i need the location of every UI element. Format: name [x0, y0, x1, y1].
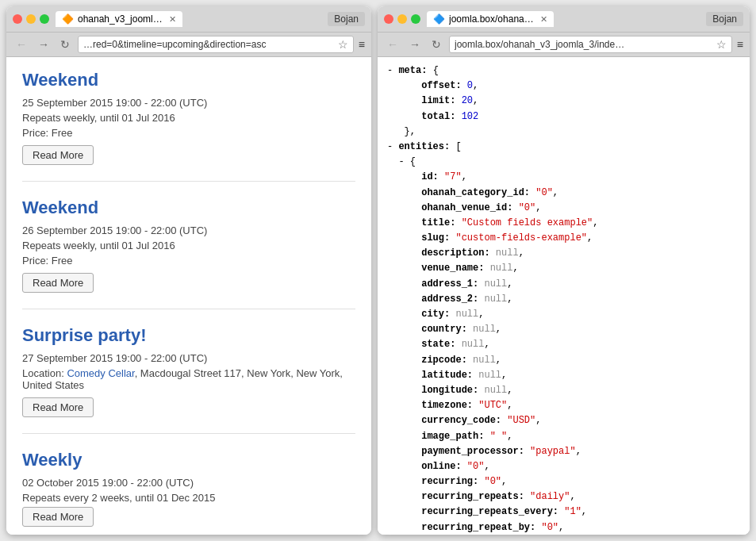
menu-icon[interactable]: ≡ — [737, 38, 743, 51]
event-date: 25 September 2015 19:00 - 22:00 (UTC) — [22, 97, 355, 109]
tab-close-icon[interactable]: ✕ — [169, 14, 176, 25]
tab-favicon: 🔷 — [433, 13, 444, 25]
left-address-bar[interactable]: …red=0&timeline=upcoming&direction=asc ☆ — [78, 36, 354, 53]
location-prefix: Location: — [22, 367, 67, 379]
left-title-bar: 🔶 ohanah_v3_joomla_3 ✕ Bojan — [6, 6, 371, 33]
bookmark-icon[interactable]: ☆ — [338, 38, 348, 51]
json-value: "USD" — [507, 415, 535, 426]
json-value: null — [484, 385, 507, 396]
event-date: 27 September 2015 19:00 - 22:00 (UTC) — [22, 352, 355, 364]
refresh-button[interactable]: ↻ — [428, 36, 444, 52]
json-value: " " — [490, 431, 508, 442]
json-value: "7" — [444, 171, 462, 182]
json-key: ohanah_venue_id: — [421, 202, 512, 213]
json-minus: - — [387, 65, 398, 76]
event-title[interactable]: Weekend — [22, 198, 355, 218]
json-key: title: — [421, 217, 455, 228]
window-controls — [384, 14, 420, 24]
left-url: …red=0&timeline=upcoming&direction=asc — [83, 39, 335, 50]
maximize-button[interactable] — [411, 14, 420, 24]
event-title[interactable]: Weekly — [22, 450, 355, 470]
json-value: null — [478, 370, 501, 381]
left-tab[interactable]: 🔶 ohanah_v3_joomla_3 ✕ — [56, 11, 182, 27]
json-value: null — [473, 355, 496, 366]
json-key: longitude: — [421, 385, 478, 396]
json-value: "0" — [519, 202, 536, 213]
read-more-button[interactable]: Read More — [22, 507, 94, 527]
json-key: latitude: — [421, 370, 473, 381]
event-price: Price: Free — [22, 127, 355, 139]
json-key: slug: — [421, 232, 450, 244]
user-badge: Bojan — [706, 12, 743, 26]
json-key: recurring_repeats: — [421, 491, 524, 502]
json-key: currency_code: — [421, 415, 501, 426]
event-item: Surprise party! 27 September 2015 19:00 … — [22, 325, 355, 434]
event-item: Weekend 26 September 2015 19:00 - 22:00 … — [22, 198, 355, 309]
refresh-button[interactable]: ↻ — [57, 36, 73, 52]
json-value: null — [455, 309, 478, 320]
json-key: meta: — [398, 65, 427, 76]
json-key: recurring: — [421, 476, 478, 487]
tab-title: ohanah_v3_joomla_3 — [78, 13, 164, 25]
json-key: address_1: — [421, 278, 478, 290]
json-value: 102 — [462, 111, 479, 122]
event-title[interactable]: Weekend — [22, 70, 355, 90]
event-price: Price: Free — [22, 255, 355, 267]
event-repeat: Repeats weekly, until 01 Jul 2016 — [22, 240, 355, 251]
left-content-area[interactable]: Weekend 25 September 2015 19:00 - 22:00 … — [6, 57, 371, 535]
json-value: "0" — [541, 522, 558, 533]
json-value: "0" — [535, 187, 553, 198]
json-key: id: — [421, 171, 439, 182]
forward-button[interactable]: → — [35, 36, 52, 52]
event-location: Location: Comedy Cellar, Macdougal Stree… — [22, 367, 355, 391]
json-value: 0 — [467, 80, 473, 91]
json-key: limit: — [421, 95, 455, 106]
json-bracket: [ — [455, 141, 461, 152]
event-repeat: Repeats weekly, until 01 Jul 2016 — [22, 112, 355, 124]
json-key: address_2: — [421, 294, 478, 305]
right-browser-window: 🔷 joomla.box/ohanah_v3_joom… ✕ Bojan ← →… — [378, 6, 750, 535]
json-key: recurring_repeat_by: — [421, 522, 535, 533]
json-value: null — [473, 324, 496, 335]
minimize-button[interactable] — [397, 14, 407, 24]
json-key: image_path: — [421, 431, 484, 442]
json-key: payment_processor: — [421, 446, 524, 457]
json-key: country: — [421, 324, 467, 335]
json-key: online: — [421, 461, 461, 472]
close-button[interactable] — [13, 14, 22, 24]
window-controls — [13, 14, 49, 24]
json-key: zipcode: — [421, 355, 467, 366]
tab-close-icon[interactable]: ✕ — [540, 14, 547, 25]
event-date: 02 October 2015 19:00 - 22:00 (UTC) — [22, 477, 355, 489]
json-value: 20 — [462, 95, 473, 106]
read-more-button[interactable]: Read More — [22, 397, 94, 417]
maximize-button[interactable] — [40, 14, 49, 24]
json-key: state: — [421, 339, 455, 350]
bookmark-icon[interactable]: ☆ — [716, 38, 727, 51]
close-button[interactable] — [384, 14, 393, 24]
event-repeat: Repeats every 2 weeks, until 01 Dec 2015 — [22, 492, 355, 504]
right-address-bar[interactable]: joomla.box/ohanah_v3_joomla_3/inde… ☆ — [449, 36, 732, 53]
json-bracket: { — [410, 156, 416, 167]
event-title[interactable]: Surprise party! — [22, 325, 355, 346]
read-more-button[interactable]: Read More — [22, 145, 94, 165]
minimize-button[interactable] — [26, 14, 36, 24]
json-value: "Custom fields example" — [462, 217, 593, 228]
json-key: timezone: — [421, 400, 473, 411]
back-button[interactable]: ← — [384, 36, 401, 52]
tab-title: joomla.box/ohanah_v3_joom… — [449, 13, 535, 25]
json-minus: - — [387, 141, 398, 152]
event-item: Weekend 25 September 2015 19:00 - 22:00 … — [22, 70, 355, 182]
right-nav-bar: ← → ↻ joomla.box/ohanah_v3_joomla_3/inde… — [378, 33, 750, 57]
right-title-bar: 🔷 joomla.box/ohanah_v3_joom… ✕ Bojan — [378, 6, 750, 33]
forward-button[interactable]: → — [406, 36, 424, 52]
read-more-button[interactable]: Read More — [22, 273, 94, 293]
json-content: - meta: { offset: 0, limit: 20, total: 1… — [378, 57, 750, 535]
json-value: null — [496, 247, 519, 259]
right-tab[interactable]: 🔷 joomla.box/ohanah_v3_joom… ✕ — [427, 11, 554, 27]
location-link[interactable]: Comedy Cellar — [67, 367, 134, 379]
back-button[interactable]: ← — [13, 36, 30, 52]
json-key: recurring_repeats_every: — [421, 506, 558, 517]
json-key: offset: — [421, 80, 461, 91]
menu-icon[interactable]: ≡ — [359, 38, 365, 51]
